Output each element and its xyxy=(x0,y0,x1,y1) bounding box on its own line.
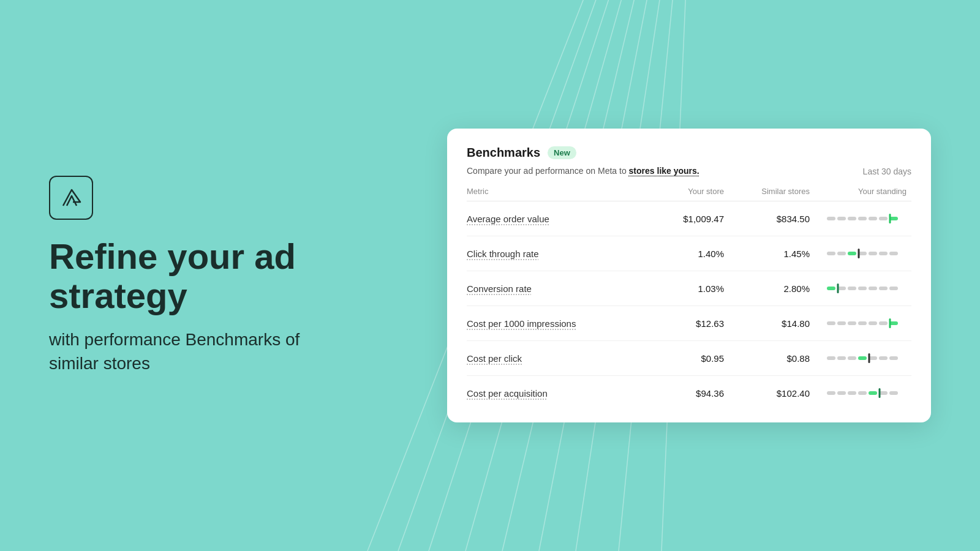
table-row: Average order value$1,009.47$834.50 xyxy=(467,201,911,236)
svg-rect-29 xyxy=(869,287,877,290)
svg-rect-49 xyxy=(827,391,835,395)
col-header-your-standing: Your standing xyxy=(810,187,911,196)
svg-rect-18 xyxy=(837,252,846,255)
similar-stores-value: $102.40 xyxy=(724,388,810,399)
standing-bar xyxy=(827,247,907,260)
svg-rect-33 xyxy=(827,321,835,325)
main-subheadline: with performance Benchmarks of similar s… xyxy=(49,328,312,375)
your-store-value: $94.36 xyxy=(638,388,724,399)
svg-rect-48 xyxy=(869,353,870,363)
card-title: Benchmarks xyxy=(467,146,540,160)
table-row: Cost per 1000 impressions$12.63$14.80 xyxy=(467,306,911,341)
table-row: Cost per acquisition$94.36$102.40 xyxy=(467,376,911,410)
standing-bar xyxy=(827,352,907,364)
standing-column xyxy=(810,212,911,225)
svg-rect-21 xyxy=(869,252,877,255)
similar-stores-value: $0.88 xyxy=(724,353,810,364)
metric-name: Cost per 1000 impressions xyxy=(467,318,638,329)
svg-rect-46 xyxy=(879,356,888,360)
standing-column xyxy=(810,352,911,364)
svg-rect-13 xyxy=(869,217,877,220)
svg-rect-41 xyxy=(827,356,835,360)
svg-rect-40 xyxy=(889,318,891,328)
subtitle-plain: Compare your ad performance on Meta to xyxy=(467,166,629,176)
card-subtitle: Compare your ad performance on Meta to s… xyxy=(467,166,699,176)
your-store-value: 1.40% xyxy=(638,249,724,259)
logo-box xyxy=(49,176,93,220)
logo-icon xyxy=(58,185,84,211)
table-row: Conversion rate1.03%2.80% xyxy=(467,271,911,306)
svg-rect-27 xyxy=(848,287,856,290)
svg-rect-34 xyxy=(837,321,846,325)
standing-column xyxy=(810,247,911,260)
svg-rect-12 xyxy=(858,217,867,220)
subtitle-bold: stores like yours. xyxy=(629,166,699,176)
svg-rect-28 xyxy=(858,287,867,290)
svg-rect-23 xyxy=(889,252,898,255)
standing-column xyxy=(810,282,911,294)
standing-column xyxy=(810,317,911,329)
col-header-your-store: Your store xyxy=(638,187,724,196)
your-store-value: $1,009.47 xyxy=(638,214,724,224)
col-header-metric: Metric xyxy=(467,187,638,196)
svg-rect-53 xyxy=(869,391,877,395)
metric-name: Conversion rate xyxy=(467,283,638,294)
svg-rect-56 xyxy=(879,388,881,398)
similar-stores-value: 1.45% xyxy=(724,249,810,259)
standing-bar xyxy=(827,387,907,399)
metric-name: Click through rate xyxy=(467,249,638,259)
svg-rect-11 xyxy=(848,217,856,220)
svg-rect-19 xyxy=(848,252,856,255)
svg-rect-14 xyxy=(879,217,888,220)
table-header: Metric Your store Similar stores Your st… xyxy=(467,181,911,201)
svg-rect-51 xyxy=(848,391,856,395)
svg-rect-38 xyxy=(879,321,888,325)
standing-column xyxy=(810,387,911,399)
col-header-similar-stores: Similar stores xyxy=(724,187,810,196)
table-body: Average order value$1,009.47$834.50Click… xyxy=(467,201,911,410)
svg-rect-44 xyxy=(858,356,867,360)
table-row: Click through rate1.40%1.45% xyxy=(467,236,911,271)
standing-bar xyxy=(827,212,907,225)
svg-rect-24 xyxy=(858,249,860,258)
svg-rect-37 xyxy=(869,321,877,325)
svg-rect-17 xyxy=(827,252,835,255)
metric-name: Cost per acquisition xyxy=(467,388,638,399)
svg-rect-35 xyxy=(848,321,856,325)
card-header: Benchmarks New xyxy=(467,146,911,160)
svg-rect-52 xyxy=(858,391,867,395)
similar-stores-value: $834.50 xyxy=(724,214,810,224)
svg-rect-16 xyxy=(889,214,891,223)
svg-rect-50 xyxy=(837,391,846,395)
your-store-value: $0.95 xyxy=(638,353,724,364)
your-store-value: $12.63 xyxy=(638,318,724,329)
svg-rect-36 xyxy=(858,321,867,325)
svg-rect-9 xyxy=(827,217,835,220)
main-headline: Refine your ad strategy xyxy=(49,237,312,315)
standing-bar xyxy=(827,317,907,329)
your-store-value: 1.03% xyxy=(638,283,724,294)
svg-rect-10 xyxy=(837,217,846,220)
svg-rect-30 xyxy=(879,287,888,290)
svg-rect-43 xyxy=(848,356,856,360)
svg-rect-22 xyxy=(879,252,888,255)
new-badge: New xyxy=(548,146,576,159)
metric-name: Cost per click xyxy=(467,353,638,364)
svg-rect-31 xyxy=(889,287,898,290)
benchmarks-card: Benchmarks New Compare your ad performan… xyxy=(447,129,931,422)
standing-bar xyxy=(827,282,907,294)
svg-rect-32 xyxy=(837,283,839,293)
metric-name: Average order value xyxy=(467,214,638,224)
similar-stores-value: 2.80% xyxy=(724,283,810,294)
table-row: Cost per click$0.95$0.88 xyxy=(467,341,911,376)
similar-stores-value: $14.80 xyxy=(724,318,810,329)
svg-rect-42 xyxy=(837,356,846,360)
last-days-label: Last 30 days xyxy=(863,167,911,176)
svg-rect-55 xyxy=(889,391,898,395)
svg-rect-47 xyxy=(889,356,898,360)
svg-rect-25 xyxy=(827,287,835,290)
